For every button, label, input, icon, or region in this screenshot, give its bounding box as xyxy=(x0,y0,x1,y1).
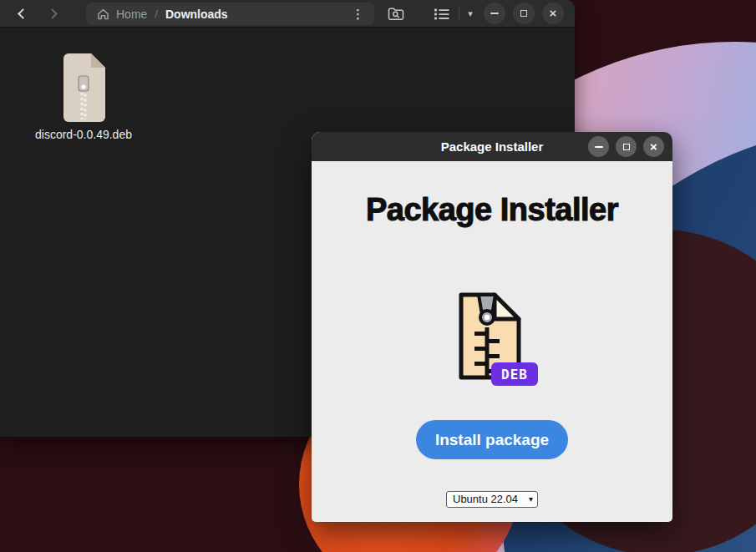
installer-close-button[interactable]: × xyxy=(643,136,664,157)
breadcrumb-current[interactable]: Downloads xyxy=(165,8,228,21)
list-view-button[interactable] xyxy=(429,3,455,25)
chevron-left-icon xyxy=(18,8,28,19)
search-button[interactable] xyxy=(383,3,408,25)
deb-package-icon: DEB xyxy=(454,289,525,382)
minimize-icon xyxy=(490,13,499,14)
back-button[interactable] xyxy=(10,3,33,25)
os-select[interactable]: Ubuntu 22.04 xyxy=(446,491,538,508)
chevron-right-icon xyxy=(47,8,58,19)
close-icon: × xyxy=(550,7,557,20)
deb-badge: DEB xyxy=(491,362,538,386)
package-installer-window: Package Installer × Package Installer xyxy=(312,132,672,522)
menu-dots-icon[interactable]: ⋮ xyxy=(350,8,366,20)
home-icon xyxy=(97,8,109,20)
view-options-dropdown[interactable]: ▾ xyxy=(460,3,480,25)
zip-archive-file-icon xyxy=(57,53,110,123)
breadcrumb-home-label: Home xyxy=(116,8,147,21)
files-headerbar: Home / Downloads ⋮ ▾ xyxy=(0,0,575,28)
breadcrumb: Home / Downloads ⋮ xyxy=(86,3,374,25)
maximize-icon xyxy=(623,144,630,150)
forward-button[interactable] xyxy=(42,3,65,25)
toolbar-divider xyxy=(459,7,459,21)
installer-minimize-button[interactable] xyxy=(588,136,609,157)
breadcrumb-home[interactable]: Home xyxy=(97,8,147,21)
files-minimize-button[interactable] xyxy=(484,3,505,24)
installer-titlebar: Package Installer × xyxy=(312,132,672,161)
files-close-button[interactable]: × xyxy=(542,3,564,24)
maximize-icon xyxy=(520,10,527,17)
installer-heading: Package Installer xyxy=(312,192,672,228)
close-icon: × xyxy=(650,140,657,154)
install-package-button[interactable]: Install package xyxy=(416,420,568,459)
installer-maximize-button[interactable] xyxy=(616,136,637,157)
folder-search-icon xyxy=(388,7,404,21)
caret-down-icon: ▾ xyxy=(468,8,473,19)
minimize-icon xyxy=(595,146,603,148)
file-item-deb[interactable]: discord-0.0.49.deb xyxy=(30,53,137,141)
list-view-icon xyxy=(434,8,449,20)
files-maximize-button[interactable] xyxy=(513,3,535,24)
breadcrumb-separator: / xyxy=(155,8,158,20)
file-name-label: discord-0.0.49.deb xyxy=(30,128,137,141)
os-select-wrap: Ubuntu 22.04 ▾ xyxy=(446,491,538,508)
